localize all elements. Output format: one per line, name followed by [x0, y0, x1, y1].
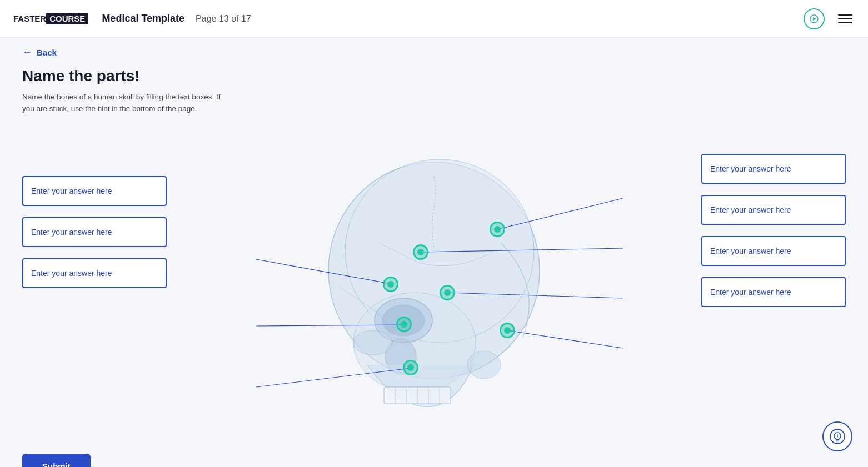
answer-input-left-2[interactable] — [22, 217, 167, 247]
course-title: Medical Template — [102, 13, 184, 24]
answer-input-right-1[interactable] — [701, 154, 846, 184]
page-title: Name the parts! — [22, 67, 846, 85]
page-indicator: Page 13 of 17 — [196, 14, 251, 24]
svg-point-15 — [467, 351, 501, 379]
answer-input-left-1[interactable] — [22, 176, 167, 206]
header-controls — [804, 8, 855, 29]
answer-input-left-3[interactable] — [22, 258, 167, 288]
skull-image-container — [267, 143, 601, 431]
hotspot-mid-top[interactable] — [413, 244, 428, 260]
back-arrow-icon: ← — [22, 47, 32, 58]
right-answer-group — [701, 154, 846, 307]
hotspot-mid-center[interactable] — [440, 285, 455, 300]
interactive-area — [22, 132, 846, 443]
menu-line-3 — [838, 22, 852, 23]
app-header: FASTERCOURSE Medical Template Page 13 of… — [0, 0, 868, 38]
hotspot-bottom-right[interactable] — [500, 323, 515, 338]
hotspot-left-lower[interactable] — [396, 317, 412, 332]
submit-button[interactable]: Submit — [22, 454, 91, 467]
svg-marker-1 — [813, 17, 816, 21]
menu-line-1 — [838, 14, 852, 16]
left-answer-group — [22, 176, 167, 288]
menu-button[interactable] — [836, 12, 855, 26]
play-button[interactable] — [804, 8, 825, 29]
main-content: Name the parts! Name the bones of a huma… — [0, 67, 868, 467]
hint-button[interactable] — [822, 421, 852, 451]
lightbulb-icon — [830, 429, 845, 444]
skull-diagram — [217, 132, 651, 443]
answer-input-right-4[interactable] — [701, 277, 846, 307]
hotspot-top-right[interactable] — [490, 222, 505, 237]
menu-line-2 — [838, 18, 852, 19]
answer-input-right-2[interactable] — [701, 195, 846, 225]
skull-illustration — [267, 143, 601, 431]
back-link[interactable]: ← Back — [0, 38, 79, 67]
back-label: Back — [37, 48, 57, 57]
logo-faster: FASTER — [13, 14, 46, 23]
page-description: Name the bones of a human skull by filli… — [22, 92, 222, 115]
logo-course: COURSE — [46, 13, 88, 24]
logo: FASTERCOURSE — [13, 13, 88, 24]
answer-input-right-3[interactable] — [701, 236, 846, 266]
hotspot-bottom-center[interactable] — [403, 360, 418, 375]
hotspot-left-mid[interactable] — [383, 277, 398, 292]
svg-point-8 — [353, 330, 392, 355]
